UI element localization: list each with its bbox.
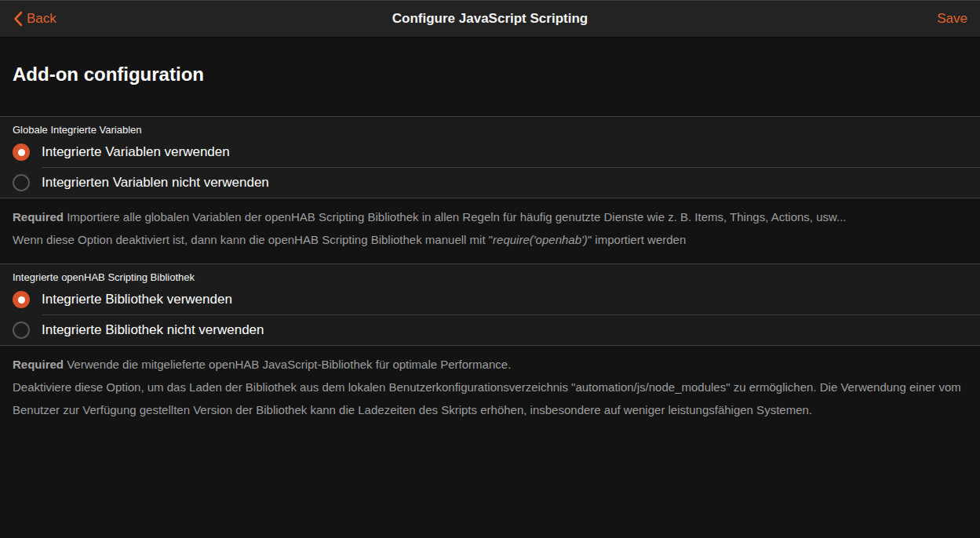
description-text: Importiere alle globalen Variablen der o…: [64, 210, 847, 224]
navbar: Back Configure JavaScript Scripting Save: [0, 0, 980, 38]
description-text: Verwende die mitgelieferte openHAB JavaS…: [64, 358, 511, 371]
description-text: Wenn diese Option deaktiviert ist, dann …: [13, 233, 493, 246]
radio-unselected-icon[interactable]: [13, 322, 30, 339]
radio-selected-icon[interactable]: [13, 291, 30, 308]
radio-option-label: Integrierte Bibliothek nicht verwenden: [42, 322, 264, 338]
radio-option-dont-use-builtin-library[interactable]: Integrierte Bibliothek nicht verwenden: [0, 315, 980, 345]
radio-option-dont-use-builtin-variables[interactable]: Integrierten Variablen nicht verwenden: [0, 168, 980, 198]
required-label: Required: [13, 210, 64, 224]
description-text: Deaktiviere diese Option, um das Laden d…: [13, 380, 961, 416]
page-content: Add-on configuration Globale Integrierte…: [0, 61, 980, 421]
radio-option-label: Integrierte Bibliothek verwenden: [42, 292, 232, 307]
radio-option-use-builtin-variables[interactable]: Integrierte Variablen verwenden: [0, 137, 980, 167]
radio-selected-icon[interactable]: [13, 144, 30, 161]
radio-unselected-icon[interactable]: [13, 174, 30, 191]
code-snippet: require('openhab'): [493, 233, 588, 246]
config-block-label: Integrierte openHAB Scripting Bibliothek: [0, 270, 980, 285]
config-description-global-variables: Required Importiere alle globalen Variab…: [13, 205, 967, 251]
addon-configuration-heading: Add-on configuration: [13, 61, 967, 88]
back-button-label: Back: [27, 11, 56, 27]
back-button[interactable]: Back: [13, 11, 56, 27]
config-block-global-variables: Globale Integrierte Variablen Integriert…: [0, 116, 980, 198]
required-label: Required: [13, 358, 64, 371]
config-description-scripting-library: Required Verwende die mitgelieferte open…: [13, 353, 967, 421]
back-chevron-icon: [13, 11, 23, 27]
config-block-label: Globale Integrierte Variablen: [0, 122, 980, 137]
radio-option-label: Integrierte Variablen verwenden: [42, 144, 230, 160]
description-text: " importiert werden: [588, 233, 686, 246]
save-button[interactable]: Save: [937, 11, 967, 27]
radio-option-label: Integrierten Variablen nicht verwenden: [42, 175, 269, 191]
config-block-scripting-library: Integrierte openHAB Scripting Bibliothek…: [0, 264, 980, 346]
page-title: Configure JavaScript Scripting: [0, 11, 980, 27]
radio-option-use-builtin-library[interactable]: Integrierte Bibliothek verwenden: [0, 285, 980, 314]
